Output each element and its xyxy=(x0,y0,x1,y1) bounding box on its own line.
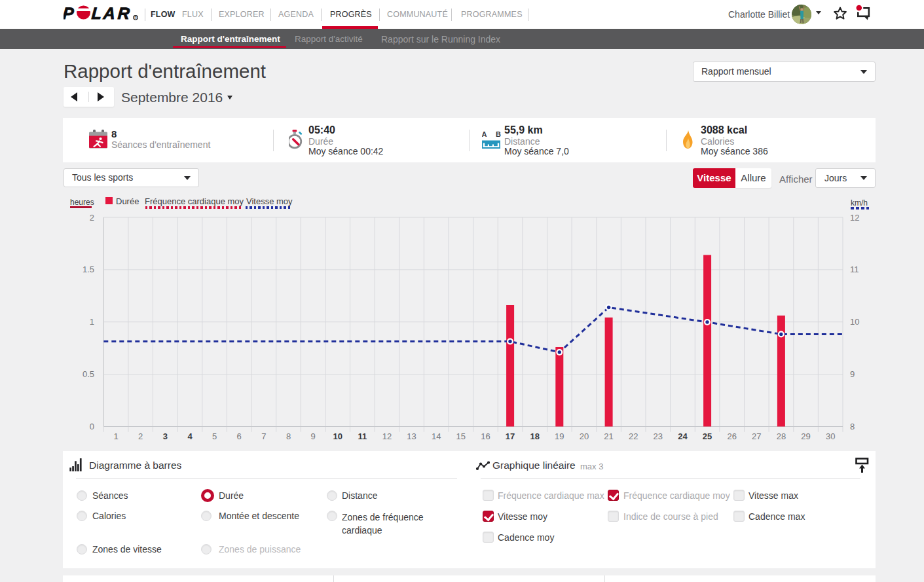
svg-text:21: 21 xyxy=(604,431,613,441)
svg-text:P: P xyxy=(64,4,75,22)
svg-text:13: 13 xyxy=(407,431,416,441)
svg-text:11: 11 xyxy=(358,431,367,441)
svg-text:10: 10 xyxy=(850,317,859,327)
svg-text:28: 28 xyxy=(777,431,786,441)
svg-text:R: R xyxy=(134,16,137,20)
svg-text:2: 2 xyxy=(90,213,94,223)
svg-text:5: 5 xyxy=(212,431,217,441)
svg-text:8: 8 xyxy=(850,422,855,431)
svg-text:22: 22 xyxy=(629,431,638,441)
svg-text:8: 8 xyxy=(286,431,291,441)
svg-text:0.5: 0.5 xyxy=(83,369,94,379)
svg-text:3: 3 xyxy=(163,431,168,441)
svg-text:L: L xyxy=(91,4,102,22)
svg-text:R: R xyxy=(117,4,130,22)
svg-text:15: 15 xyxy=(456,431,466,441)
svg-text:1: 1 xyxy=(113,431,118,441)
svg-text:20: 20 xyxy=(580,431,589,441)
svg-text:1: 1 xyxy=(90,317,94,327)
svg-text:9: 9 xyxy=(310,431,315,441)
svg-text:25: 25 xyxy=(703,431,712,441)
svg-text:12: 12 xyxy=(382,431,392,441)
svg-text:4: 4 xyxy=(187,431,193,441)
svg-text:14: 14 xyxy=(432,431,441,441)
svg-text:A: A xyxy=(482,130,487,138)
svg-text:23: 23 xyxy=(654,431,663,441)
svg-text:12: 12 xyxy=(850,213,859,223)
svg-text:19: 19 xyxy=(555,431,564,441)
svg-text:18: 18 xyxy=(530,431,539,441)
svg-text:10: 10 xyxy=(333,431,342,441)
svg-text:24: 24 xyxy=(678,431,688,441)
svg-text:29: 29 xyxy=(801,431,810,441)
svg-text:27: 27 xyxy=(752,431,761,441)
svg-text:30: 30 xyxy=(826,431,835,441)
svg-text:26: 26 xyxy=(727,431,736,441)
svg-text:1.5: 1.5 xyxy=(83,264,94,274)
svg-text:16: 16 xyxy=(481,431,490,441)
svg-text:6: 6 xyxy=(237,431,242,441)
svg-text:2: 2 xyxy=(138,431,143,441)
svg-text:A: A xyxy=(102,4,116,22)
svg-text:0: 0 xyxy=(90,422,94,431)
svg-text:17: 17 xyxy=(506,431,515,441)
svg-text:7: 7 xyxy=(261,431,266,441)
svg-text:B: B xyxy=(496,130,501,138)
svg-text:9: 9 xyxy=(850,369,855,379)
svg-text:11: 11 xyxy=(850,264,859,274)
